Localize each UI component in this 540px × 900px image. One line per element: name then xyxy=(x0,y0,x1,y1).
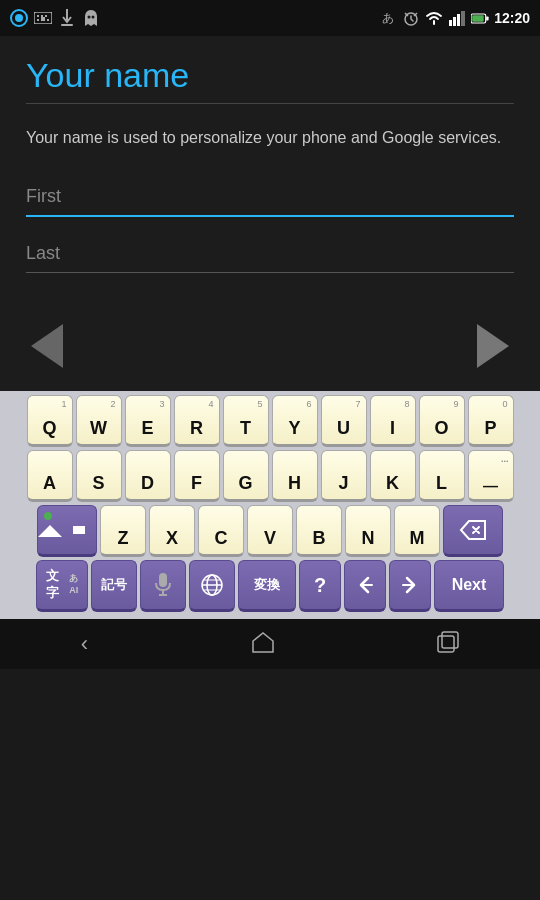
kana-key[interactable]: 文字 あ AI xyxy=(36,560,88,612)
key-r[interactable]: 4R xyxy=(174,395,220,447)
prev-arrow-button[interactable] xyxy=(20,319,74,373)
key-e[interactable]: 3E xyxy=(125,395,171,447)
key-b[interactable]: B xyxy=(296,505,342,557)
key-d[interactable]: D xyxy=(125,450,171,502)
key-a[interactable]: A xyxy=(27,450,73,502)
page-title: Your name xyxy=(26,56,514,95)
next-key[interactable]: Next xyxy=(434,560,504,612)
ghost-icon xyxy=(82,9,100,27)
svg-rect-20 xyxy=(159,573,167,587)
kb-arrow-left-key[interactable] xyxy=(344,560,386,612)
key-g[interactable]: G xyxy=(223,450,269,502)
kana-label: 文字 xyxy=(41,568,64,602)
back-nav-button[interactable]: ‹ xyxy=(81,631,88,657)
globe-icon xyxy=(200,573,224,597)
key-i[interactable]: 8I xyxy=(370,395,416,447)
svg-rect-31 xyxy=(442,632,458,648)
battery-icon xyxy=(471,9,489,27)
svg-rect-6 xyxy=(37,19,39,21)
backspace-key[interactable] xyxy=(443,505,503,557)
あ-icon: あ xyxy=(379,9,397,27)
symbols-key[interactable]: 記号 xyxy=(91,560,137,612)
main-content: Your name Your name is used to personali… xyxy=(0,36,540,301)
shift-arrow-base xyxy=(73,526,85,534)
svg-rect-19 xyxy=(486,16,488,20)
svg-rect-18 xyxy=(472,15,483,22)
clock: 12:20 xyxy=(494,10,530,26)
kana-sublabel: あ AI xyxy=(64,573,83,596)
key-j[interactable]: J xyxy=(321,450,367,502)
svg-rect-9 xyxy=(61,24,73,26)
status-bar-right: あ 12:20 xyxy=(379,9,530,27)
signal-icon xyxy=(448,9,466,27)
recent-apps-icon xyxy=(437,631,459,653)
shift-arrow-icon xyxy=(38,525,62,537)
recent-apps-button[interactable] xyxy=(437,631,459,658)
shift-dot-indicator xyxy=(44,512,52,520)
home-nav-button[interactable] xyxy=(250,631,276,658)
home-icon xyxy=(250,631,276,653)
svg-rect-13 xyxy=(449,20,452,26)
shift-key[interactable] xyxy=(37,505,97,557)
svg-rect-4 xyxy=(41,15,43,17)
arrow-navigation xyxy=(0,301,540,391)
key-c[interactable]: C xyxy=(198,505,244,557)
key-q[interactable]: 1Q xyxy=(27,395,73,447)
key-n[interactable]: N xyxy=(345,505,391,557)
status-bar-left xyxy=(10,9,100,27)
henkan-key[interactable]: 変換 xyxy=(238,560,296,612)
svg-rect-30 xyxy=(438,636,454,652)
svg-rect-7 xyxy=(41,17,45,21)
svg-rect-16 xyxy=(461,11,465,26)
keyboard: 1Q 2W 3E 4R 5T 6Y 7U 8I 9O 0P A S D F G … xyxy=(0,391,540,619)
key-l[interactable]: L xyxy=(419,450,465,502)
next-arrow-button[interactable] xyxy=(466,319,520,373)
first-name-input[interactable] xyxy=(26,178,514,217)
key-x[interactable]: X xyxy=(149,505,195,557)
circle-icon xyxy=(10,9,28,27)
wifi-icon xyxy=(425,9,443,27)
key-w[interactable]: 2W xyxy=(76,395,122,447)
mic-key[interactable] xyxy=(140,560,186,612)
key-dash[interactable]: ...— xyxy=(468,450,514,502)
alarm-icon xyxy=(402,9,420,27)
kb-right-arrow-icon xyxy=(399,574,421,596)
status-bar: あ 12:20 xyxy=(0,0,540,36)
keyboard-row-3: Z X C V B N M xyxy=(2,505,538,557)
nav-bar: ‹ xyxy=(0,619,540,669)
keyboard-row-1: 1Q 2W 3E 4R 5T 6Y 7U 8I 9O 0P xyxy=(2,395,538,447)
svg-rect-5 xyxy=(45,15,47,17)
question-key[interactable]: ? xyxy=(299,560,341,612)
key-t[interactable]: 5T xyxy=(223,395,269,447)
globe-key[interactable] xyxy=(189,560,235,612)
key-h[interactable]: H xyxy=(272,450,318,502)
keyboard-row-bottom: 文字 あ AI 記号 変換 ? xyxy=(2,560,538,612)
svg-point-10 xyxy=(88,16,91,19)
mic-icon xyxy=(154,573,172,597)
key-s[interactable]: S xyxy=(76,450,122,502)
key-z[interactable]: Z xyxy=(100,505,146,557)
last-name-input[interactable] xyxy=(26,235,514,273)
key-y[interactable]: 6Y xyxy=(272,395,318,447)
key-u[interactable]: 7U xyxy=(321,395,367,447)
svg-rect-8 xyxy=(47,19,49,21)
key-v[interactable]: V xyxy=(247,505,293,557)
key-m[interactable]: M xyxy=(394,505,440,557)
title-divider xyxy=(26,103,514,104)
download-icon xyxy=(58,9,76,27)
svg-point-1 xyxy=(15,14,23,22)
description-text: Your name is used to personalize your ph… xyxy=(26,126,514,150)
key-o[interactable]: 9O xyxy=(419,395,465,447)
kb-left-arrow-icon xyxy=(354,574,376,596)
backspace-icon xyxy=(459,519,487,541)
kb-arrow-right-key[interactable] xyxy=(389,560,431,612)
svg-rect-15 xyxy=(457,14,460,26)
keyboard-row-2: A S D F G H J K L ...— xyxy=(2,450,538,502)
key-f[interactable]: F xyxy=(174,450,220,502)
left-arrow-icon xyxy=(31,324,63,368)
key-k[interactable]: K xyxy=(370,450,416,502)
svg-rect-3 xyxy=(37,15,39,17)
svg-rect-14 xyxy=(453,17,456,26)
key-p[interactable]: 0P xyxy=(468,395,514,447)
svg-point-11 xyxy=(92,16,95,19)
